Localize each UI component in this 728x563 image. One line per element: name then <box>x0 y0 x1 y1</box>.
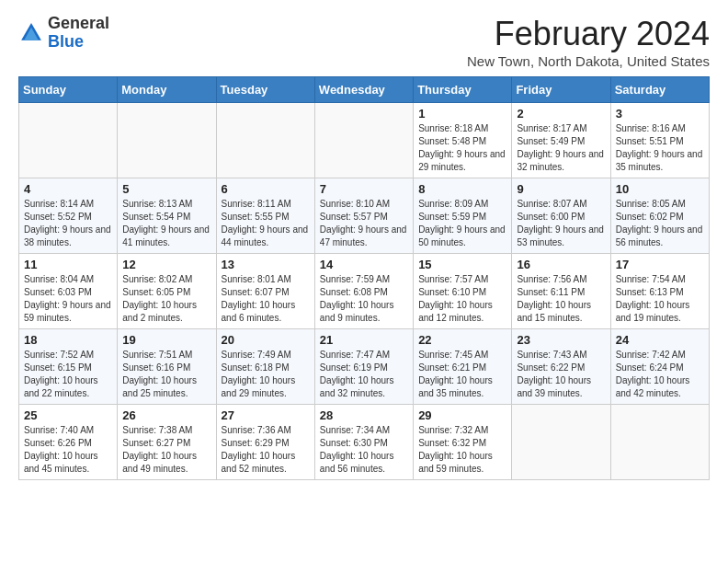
day-info: Sunrise: 8:11 AMSunset: 5:55 PMDaylight:… <box>222 198 310 249</box>
table-row: 29Sunrise: 7:32 AMSunset: 6:32 PMDayligh… <box>414 405 512 480</box>
day-info: Sunrise: 7:38 AMSunset: 6:27 PMDaylight:… <box>122 424 210 476</box>
location-title: New Town, North Dakota, United States <box>467 53 710 69</box>
table-row: 27Sunrise: 7:36 AMSunset: 6:29 PMDayligh… <box>216 405 314 480</box>
table-row: 3Sunrise: 8:16 AMSunset: 5:51 PMDaylight… <box>610 103 709 178</box>
day-info: Sunrise: 8:13 AMSunset: 5:54 PMDaylight:… <box>122 198 210 249</box>
table-row: 15Sunrise: 7:57 AMSunset: 6:10 PMDayligh… <box>414 254 512 329</box>
table-row: 23Sunrise: 7:43 AMSunset: 6:22 PMDayligh… <box>512 329 610 405</box>
logo: General Blue <box>18 15 109 52</box>
table-row: 11Sunrise: 8:04 AMSunset: 6:03 PMDayligh… <box>19 254 118 329</box>
day-info: Sunrise: 8:09 AMSunset: 5:59 PMDaylight:… <box>418 198 506 249</box>
day-number: 12 <box>122 258 210 271</box>
col-monday: Monday <box>118 77 216 103</box>
table-row: 2Sunrise: 8:17 AMSunset: 5:49 PMDaylight… <box>512 103 610 178</box>
table-row: 25Sunrise: 7:40 AMSunset: 6:26 PMDayligh… <box>19 405 118 480</box>
day-number: 23 <box>517 333 605 347</box>
table-row: 1Sunrise: 8:18 AMSunset: 5:48 PMDaylight… <box>414 103 512 178</box>
day-number: 8 <box>418 182 506 196</box>
table-row: 28Sunrise: 7:34 AMSunset: 6:30 PMDayligh… <box>314 405 413 480</box>
table-row: 17Sunrise: 7:54 AMSunset: 6:13 PMDayligh… <box>610 254 709 329</box>
day-info: Sunrise: 7:52 AMSunset: 6:15 PMDaylight:… <box>24 349 112 400</box>
day-number: 1 <box>418 107 506 121</box>
calendar: Sunday Monday Tuesday Wednesday Thursday… <box>18 76 710 480</box>
table-row: 18Sunrise: 7:52 AMSunset: 6:15 PMDayligh… <box>19 329 118 405</box>
day-info: Sunrise: 7:56 AMSunset: 6:11 PMDaylight:… <box>517 273 605 325</box>
table-row: 5Sunrise: 8:13 AMSunset: 5:54 PMDaylight… <box>118 178 216 254</box>
col-tuesday: Tuesday <box>216 77 314 103</box>
day-number: 11 <box>24 258 112 271</box>
month-title: February 2024 <box>467 15 710 53</box>
day-info: Sunrise: 7:32 AMSunset: 6:32 PMDaylight:… <box>418 424 506 476</box>
header: General Blue February 2024 New Town, Nor… <box>18 15 710 69</box>
day-number: 2 <box>517 107 605 121</box>
logo-icon <box>18 20 44 46</box>
day-number: 19 <box>122 333 210 347</box>
day-number: 6 <box>222 182 310 196</box>
day-info: Sunrise: 7:36 AMSunset: 6:29 PMDaylight:… <box>222 424 310 476</box>
day-number: 5 <box>122 182 210 196</box>
calendar-header-row: Sunday Monday Tuesday Wednesday Thursday… <box>19 77 710 103</box>
table-row <box>19 103 118 178</box>
day-number: 29 <box>418 408 506 422</box>
calendar-week-row: 4Sunrise: 8:14 AMSunset: 5:52 PMDaylight… <box>19 178 710 254</box>
day-info: Sunrise: 8:17 AMSunset: 5:49 PMDaylight:… <box>517 122 605 174</box>
day-number: 21 <box>320 333 408 347</box>
col-sunday: Sunday <box>19 77 118 103</box>
day-info: Sunrise: 7:57 AMSunset: 6:10 PMDaylight:… <box>418 273 506 325</box>
table-row: 13Sunrise: 8:01 AMSunset: 6:07 PMDayligh… <box>216 254 314 329</box>
table-row: 16Sunrise: 7:56 AMSunset: 6:11 PMDayligh… <box>512 254 610 329</box>
logo-text: General Blue <box>48 15 109 52</box>
col-saturday: Saturday <box>610 77 709 103</box>
table-row <box>118 103 216 178</box>
day-info: Sunrise: 7:47 AMSunset: 6:19 PMDaylight:… <box>320 349 408 400</box>
day-info: Sunrise: 7:34 AMSunset: 6:30 PMDaylight:… <box>320 424 408 476</box>
day-info: Sunrise: 8:10 AMSunset: 5:57 PMDaylight:… <box>320 198 408 249</box>
col-friday: Friday <box>512 77 610 103</box>
day-number: 14 <box>320 258 408 271</box>
logo-general: General <box>48 14 109 32</box>
day-number: 13 <box>222 258 310 271</box>
day-info: Sunrise: 7:40 AMSunset: 6:26 PMDaylight:… <box>24 424 112 476</box>
table-row <box>314 103 413 178</box>
table-row: 4Sunrise: 8:14 AMSunset: 5:52 PMDaylight… <box>19 178 118 254</box>
day-info: Sunrise: 8:14 AMSunset: 5:52 PMDaylight:… <box>24 198 112 249</box>
col-thursday: Thursday <box>414 77 512 103</box>
day-info: Sunrise: 8:01 AMSunset: 6:07 PMDaylight:… <box>222 273 310 325</box>
day-info: Sunrise: 7:42 AMSunset: 6:24 PMDaylight:… <box>616 349 704 400</box>
calendar-week-row: 25Sunrise: 7:40 AMSunset: 6:26 PMDayligh… <box>19 405 710 480</box>
day-info: Sunrise: 8:16 AMSunset: 5:51 PMDaylight:… <box>616 122 704 174</box>
table-row: 12Sunrise: 8:02 AMSunset: 6:05 PMDayligh… <box>118 254 216 329</box>
day-number: 18 <box>24 333 112 347</box>
calendar-week-row: 11Sunrise: 8:04 AMSunset: 6:03 PMDayligh… <box>19 254 710 329</box>
day-number: 16 <box>517 258 605 271</box>
table-row: 8Sunrise: 8:09 AMSunset: 5:59 PMDaylight… <box>414 178 512 254</box>
day-info: Sunrise: 7:51 AMSunset: 6:16 PMDaylight:… <box>122 349 210 400</box>
day-info: Sunrise: 8:04 AMSunset: 6:03 PMDaylight:… <box>24 273 112 325</box>
table-row <box>610 405 709 480</box>
table-row: 21Sunrise: 7:47 AMSunset: 6:19 PMDayligh… <box>314 329 413 405</box>
logo-blue: Blue <box>48 32 84 51</box>
day-number: 3 <box>616 107 704 121</box>
table-row: 14Sunrise: 7:59 AMSunset: 6:08 PMDayligh… <box>314 254 413 329</box>
day-number: 15 <box>418 258 506 271</box>
table-row: 7Sunrise: 8:10 AMSunset: 5:57 PMDaylight… <box>314 178 413 254</box>
day-number: 24 <box>616 333 704 347</box>
table-row <box>216 103 314 178</box>
title-block: February 2024 New Town, North Dakota, Un… <box>467 15 710 69</box>
day-number: 28 <box>320 408 408 422</box>
calendar-week-row: 18Sunrise: 7:52 AMSunset: 6:15 PMDayligh… <box>19 329 710 405</box>
day-number: 7 <box>320 182 408 196</box>
day-number: 20 <box>222 333 310 347</box>
calendar-week-row: 1Sunrise: 8:18 AMSunset: 5:48 PMDaylight… <box>19 103 710 178</box>
table-row: 9Sunrise: 8:07 AMSunset: 6:00 PMDaylight… <box>512 178 610 254</box>
day-info: Sunrise: 8:02 AMSunset: 6:05 PMDaylight:… <box>122 273 210 325</box>
day-number: 9 <box>517 182 605 196</box>
table-row: 10Sunrise: 8:05 AMSunset: 6:02 PMDayligh… <box>610 178 709 254</box>
table-row: 24Sunrise: 7:42 AMSunset: 6:24 PMDayligh… <box>610 329 709 405</box>
day-info: Sunrise: 7:49 AMSunset: 6:18 PMDaylight:… <box>222 349 310 400</box>
day-number: 25 <box>24 408 112 422</box>
day-info: Sunrise: 7:59 AMSunset: 6:08 PMDaylight:… <box>320 273 408 325</box>
day-info: Sunrise: 8:07 AMSunset: 6:00 PMDaylight:… <box>517 198 605 249</box>
table-row: 6Sunrise: 8:11 AMSunset: 5:55 PMDaylight… <box>216 178 314 254</box>
table-row: 22Sunrise: 7:45 AMSunset: 6:21 PMDayligh… <box>414 329 512 405</box>
